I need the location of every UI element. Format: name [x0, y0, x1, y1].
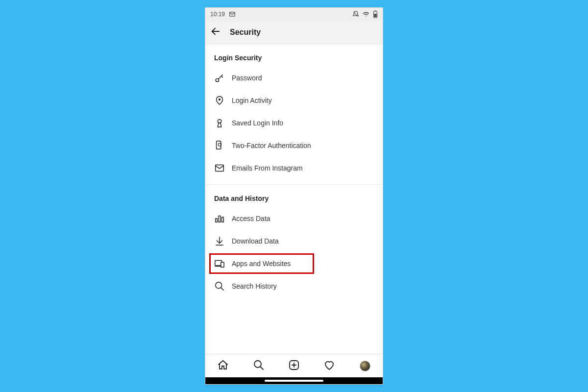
- heart-icon: [323, 359, 335, 373]
- battery-icon: [373, 10, 378, 18]
- status-bar: 10:19: [205, 8, 383, 21]
- svg-rect-12: [216, 219, 218, 222]
- home-icon: [217, 359, 229, 373]
- row-label: Emails From Instagram: [232, 164, 374, 172]
- app-bar: Security: [205, 21, 383, 44]
- row-password[interactable]: Password: [205, 67, 383, 89]
- avatar-icon: [360, 361, 370, 371]
- settings-content: Login Security Password Login Activity: [205, 44, 383, 354]
- svg-rect-3: [374, 14, 377, 17]
- nav-profile[interactable]: [355, 356, 375, 376]
- svg-line-7: [221, 76, 223, 77]
- nav-home[interactable]: [213, 356, 233, 376]
- row-emails-from-instagram[interactable]: Emails From Instagram: [205, 157, 383, 179]
- phone-shield-icon: [214, 140, 225, 151]
- download-icon: [214, 236, 225, 246]
- row-label: Login Activity: [232, 97, 374, 104]
- row-download-data[interactable]: Download Data: [205, 230, 383, 252]
- bar-chart-icon: [214, 213, 225, 224]
- wifi-icon: [362, 11, 370, 18]
- bottom-nav: [205, 354, 383, 377]
- row-label: Download Data: [232, 237, 374, 245]
- nav-create[interactable]: [284, 356, 304, 376]
- row-access-data[interactable]: Access Data: [205, 207, 383, 230]
- row-saved-login-info[interactable]: Saved Login Info: [205, 112, 383, 134]
- row-label: Two-Factor Authentication: [232, 142, 374, 149]
- notifications-muted-icon: [352, 11, 359, 18]
- phone-frame: 10:19: [205, 7, 383, 385]
- svg-point-9: [218, 120, 221, 123]
- devices-icon: [214, 258, 225, 269]
- keyhole-icon: [214, 118, 225, 128]
- row-two-factor-auth[interactable]: Two-Factor Authentication: [205, 134, 383, 157]
- svg-rect-13: [219, 216, 220, 222]
- nav-search[interactable]: [249, 356, 269, 376]
- gesture-bar: [205, 377, 383, 384]
- search-icon: [214, 281, 225, 292]
- location-pin-icon: [214, 95, 225, 106]
- row-label: Password: [232, 74, 374, 82]
- svg-line-21: [221, 288, 224, 291]
- nav-activity[interactable]: [319, 356, 339, 376]
- section-title-login-security: Login Security: [205, 44, 383, 67]
- row-label: Saved Login Info: [232, 119, 374, 127]
- search-icon: [253, 359, 265, 373]
- row-search-history[interactable]: Search History: [205, 275, 383, 297]
- page-title: Security: [230, 28, 261, 37]
- back-icon[interactable]: [210, 26, 221, 39]
- svg-rect-2: [375, 11, 376, 12]
- row-apps-and-websites[interactable]: Apps and Websites: [205, 252, 383, 275]
- svg-line-23: [260, 367, 263, 369]
- svg-rect-14: [222, 217, 224, 222]
- row-label: Apps and Websites: [232, 260, 374, 268]
- mail-icon: [229, 11, 236, 18]
- section-title-data-history: Data and History: [205, 185, 383, 207]
- row-label: Access Data: [232, 215, 374, 222]
- svg-rect-11: [216, 165, 224, 172]
- row-label: Search History: [232, 282, 374, 290]
- plus-square-icon: [288, 359, 300, 373]
- envelope-icon: [214, 163, 225, 173]
- row-login-activity[interactable]: Login Activity: [205, 89, 383, 112]
- svg-point-8: [219, 99, 220, 100]
- key-icon: [214, 73, 225, 83]
- svg-rect-10: [217, 141, 221, 149]
- gesture-pill: [265, 380, 323, 382]
- svg-rect-19: [221, 262, 224, 267]
- status-time: 10:19: [210, 11, 225, 18]
